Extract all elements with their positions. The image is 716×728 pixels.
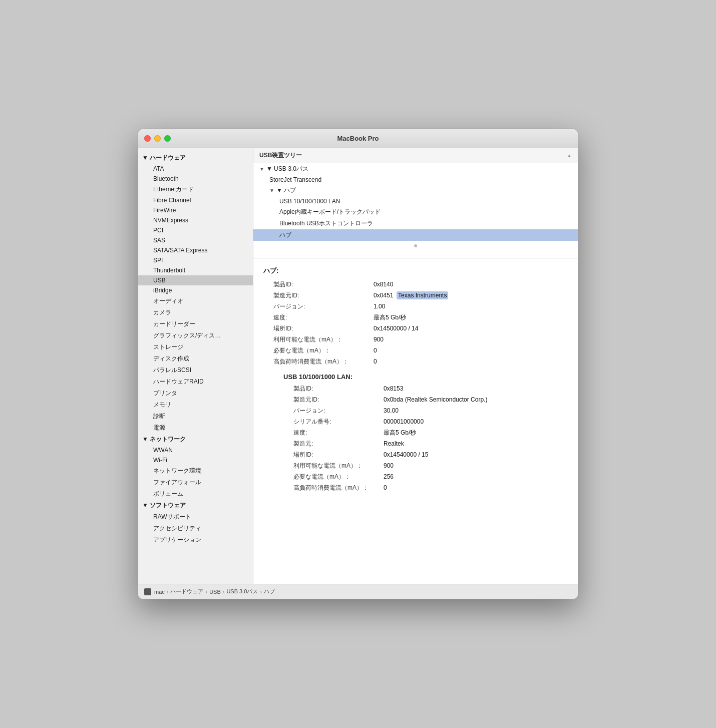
sidebar-item-sas[interactable]: SAS <box>138 235 253 245</box>
breadcrumb-sep-1: › <box>167 589 169 595</box>
lan-manufacturer-row: 製造元: Realtek <box>263 440 568 448</box>
lan-required-current-value: 256 <box>384 473 394 480</box>
breadcrumb-sep-4: › <box>260 589 262 595</box>
lan-required-current-row: 必要な電流（mA）： 256 <box>263 473 568 481</box>
lan-available-current-value: 900 <box>384 462 394 469</box>
sidebar-item-spi[interactable]: SPI <box>138 255 253 265</box>
sidebar-item-memory[interactable]: メモリ <box>138 399 253 411</box>
sidebar-item-pci[interactable]: PCI <box>138 225 253 235</box>
lan-highload-current-label: 高負荷時消費電流（mA）： <box>293 484 384 492</box>
titlebar: MacBook Pro <box>138 129 578 148</box>
hub-required-current-row: 必要な電流（mA）： 0 <box>263 346 568 355</box>
mac-icon <box>144 588 151 595</box>
sidebar-item-cardreader[interactable]: カードリーダー <box>138 318 253 330</box>
hub-product-id-value: 0x8140 <box>374 281 393 288</box>
hub-available-current-label: 利用可能な電流（mA）： <box>273 335 374 344</box>
sidebar-item-firewall[interactable]: ファイアウォール <box>138 477 253 488</box>
lan-speed-row: 速度: 最高5 Gb/秒 <box>263 429 568 437</box>
hub-location-label: 場所ID: <box>273 324 374 333</box>
lan-location-label: 場所ID: <box>293 451 384 459</box>
breadcrumb-hub: ハブ <box>264 588 275 595</box>
hub-speed-row: 速度: 最高5 Gb/秒 <box>263 313 568 322</box>
sidebar-item-thunderbolt[interactable]: Thunderbolt <box>138 265 253 275</box>
breadcrumb-sep-3: › <box>223 589 225 595</box>
texas-instruments-highlight: Texas Instruments <box>397 291 448 299</box>
lan-version-label: バージョン: <box>293 407 384 415</box>
sidebar-item-wwan[interactable]: WWAN <box>138 445 253 455</box>
sidebar-item-disk-creation[interactable]: ディスク作成 <box>138 353 253 365</box>
sidebar-item-raw[interactable]: RAWサポート <box>138 511 253 523</box>
tree-item-bt-host[interactable]: Bluetooth USBホストコントローラ <box>253 218 578 229</box>
tree-item-usb30[interactable]: ▼ ▼ USB 3.0パス <box>253 163 578 175</box>
hub-highload-current-value: 0 <box>374 358 377 365</box>
sidebar-item-volume[interactable]: ボリューム <box>138 488 253 500</box>
sidebar-item-wifi[interactable]: Wi-Fi <box>138 455 253 465</box>
hub-product-id-row: 製品ID: 0x8140 <box>263 280 568 289</box>
sidebar-item-audio[interactable]: オーディオ <box>138 295 253 307</box>
tree-item-lan[interactable]: USB 10/100/1000 LAN <box>253 196 578 206</box>
sidebar-item-ibridge[interactable]: iBridge <box>138 285 253 295</box>
hub-manufacturer-id-label: 製造元ID: <box>273 291 374 300</box>
main-window: MacBook Pro ▼ ハードウェア ATA Bluetooth Ether… <box>138 129 578 599</box>
sidebar-item-storage[interactable]: ストレージ <box>138 341 253 353</box>
sidebar-item-hw-raid[interactable]: ハードウェアRAID <box>138 376 253 388</box>
lan-serial-row: シリアル番号: 000001000000 <box>263 418 568 426</box>
sidebar-item-network-env[interactable]: ネットワーク環境 <box>138 465 253 477</box>
statusbar: mac › ハードウェア › USB › USB 3.0パス › ハブ <box>138 584 578 599</box>
hub-product-id-label: 製品ID: <box>273 280 374 289</box>
sidebar-item-power[interactable]: 電源 <box>138 422 253 434</box>
sidebar-section-software[interactable]: ▼ ソフトウェア <box>138 500 253 511</box>
sidebar-item-fibre[interactable]: Fibre Channel <box>138 195 253 205</box>
hub-location-value: 0x14500000 / 14 <box>374 325 418 332</box>
lan-available-current-label: 利用可能な電流（mA）： <box>293 462 384 470</box>
chevron-up-icon: ▲ <box>567 153 572 158</box>
tree-item-keyboard[interactable]: Apple内蔵キーボード/トラックパッド <box>253 206 578 218</box>
breadcrumb-usb30: USB 3.0パス <box>226 588 258 595</box>
tree-item-hub2[interactable]: ハブ <box>253 229 578 241</box>
lan-manufacturer-label: 製造元: <box>293 440 384 448</box>
sidebar-item-accessibility[interactable]: アクセシビリティ <box>138 523 253 534</box>
sidebar-item-nvme[interactable]: NVMExpress <box>138 215 253 225</box>
tree-item-storejet[interactable]: StoreJet Transcend <box>253 175 578 185</box>
minimize-button[interactable] <box>154 135 161 142</box>
lan-product-id-value: 0x8153 <box>384 385 403 392</box>
close-button[interactable] <box>144 135 151 142</box>
sidebar-item-applications[interactable]: アプリケーション <box>138 534 253 546</box>
breadcrumb-hardware: ハードウェア <box>170 588 203 595</box>
sidebar-item-camera[interactable]: カメラ <box>138 307 253 318</box>
traffic-lights <box>144 135 171 142</box>
sidebar-item-ata[interactable]: ATA <box>138 164 253 174</box>
lan-available-current-row: 利用可能な電流（mA）： 900 <box>263 462 568 470</box>
sidebar-section-hardware[interactable]: ▼ ハードウェア <box>138 152 253 164</box>
sidebar-item-diagnostics[interactable]: 診断 <box>138 411 253 422</box>
tree-item-hub[interactable]: ▼ ▼ ハブ <box>253 185 578 196</box>
lan-manufacturer-id-label: 製造元ID: <box>293 396 384 404</box>
lan-speed-label: 速度: <box>293 429 384 437</box>
sidebar-item-ethernet[interactable]: Ethernetカード <box>138 184 253 195</box>
maximize-button[interactable] <box>164 135 171 142</box>
sidebar-item-sata[interactable]: SATA/SATA Express <box>138 245 253 255</box>
sidebar-item-firewire[interactable]: FireWire <box>138 205 253 215</box>
sidebar-section-network[interactable]: ▼ ネットワーク <box>138 434 253 445</box>
lan-serial-label: シリアル番号: <box>293 418 384 426</box>
lan-version-value: 30.00 <box>384 407 399 414</box>
hub-version-row: バージョン: 1.00 <box>263 302 568 311</box>
sidebar-item-printer[interactable]: プリンタ <box>138 388 253 399</box>
sidebar-item-parallel-scsi[interactable]: パラレルSCSI <box>138 365 253 376</box>
sidebar-item-bluetooth[interactable]: Bluetooth <box>138 174 253 184</box>
hub-section-title: ハブ: <box>263 266 568 275</box>
tree-expand-icon: ▼ <box>259 166 264 172</box>
lan-serial-value: 000001000000 <box>384 418 424 425</box>
scrollbar-dot <box>414 244 417 247</box>
hub-detail-section: ハブ: 製品ID: 0x8140 製造元ID: 0x0451 Texas Ins… <box>263 266 568 366</box>
hub-available-current-row: 利用可能な電流（mA）： 900 <box>263 335 568 344</box>
sidebar-item-graphics[interactable]: グラフィックス/ディス… <box>138 330 253 341</box>
lan-section-title: USB 10/100/1000 LAN: <box>263 373 568 381</box>
sidebar-item-usb[interactable]: USB <box>138 275 253 285</box>
hub-version-value: 1.00 <box>374 303 385 310</box>
breadcrumb-sep-2: › <box>205 589 207 595</box>
hub-available-current-value: 900 <box>374 336 384 343</box>
hub-required-current-label: 必要な電流（mA）： <box>273 346 374 355</box>
tree-expand-icon-2: ▼ <box>269 188 274 193</box>
hub-location-row: 場所ID: 0x14500000 / 14 <box>263 324 568 333</box>
